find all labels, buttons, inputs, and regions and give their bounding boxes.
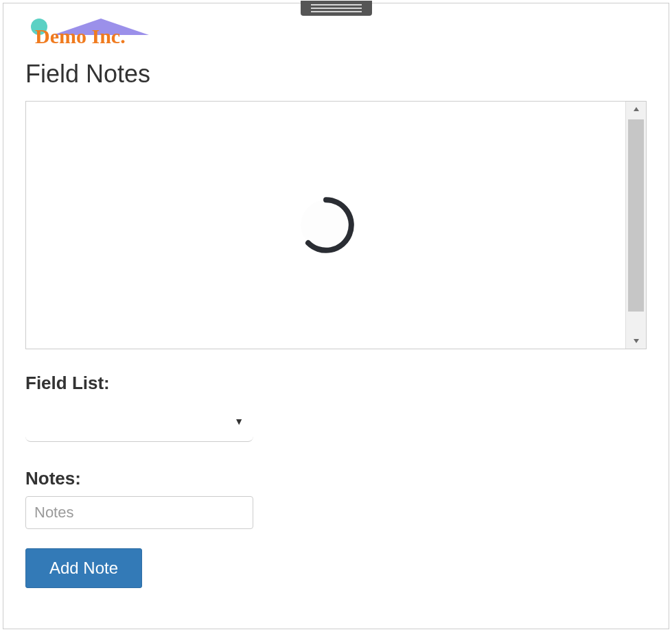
logo: Demo Inc. <box>25 14 647 49</box>
add-note-button[interactable]: Add Note <box>25 548 142 588</box>
page-title: Field Notes <box>25 60 647 89</box>
chevron-down-icon: ▼ <box>234 416 244 427</box>
svg-marker-5 <box>634 339 639 343</box>
notes-input[interactable] <box>25 496 253 529</box>
drag-handle-bar-icon <box>311 11 362 12</box>
field-list-label: Field List: <box>25 373 647 394</box>
loading-spinner-icon <box>293 192 359 258</box>
map-area[interactable] <box>26 102 625 349</box>
notes-label: Notes: <box>25 468 647 489</box>
scroll-up-button[interactable] <box>626 102 646 117</box>
drag-handle-bar-icon <box>311 8 362 9</box>
form: Field List: ▼ Notes: Add Note <box>25 373 647 588</box>
svg-marker-4 <box>634 107 639 111</box>
scrollbar-thumb[interactable] <box>628 119 644 312</box>
field-list-select[interactable]: ▼ <box>25 401 253 442</box>
scroll-down-button[interactable] <box>626 333 646 349</box>
card: Demo Inc. Field Notes <box>3 3 669 629</box>
svg-text:Demo Inc.: Demo Inc. <box>35 25 126 47</box>
map-frame <box>25 101 647 349</box>
logo-icon: Demo Inc. <box>25 14 160 49</box>
drag-handle-bar-icon <box>311 4 362 5</box>
drag-handle[interactable] <box>301 1 372 16</box>
scrollbar-track[interactable] <box>626 117 646 333</box>
scrollbar[interactable] <box>625 102 646 349</box>
